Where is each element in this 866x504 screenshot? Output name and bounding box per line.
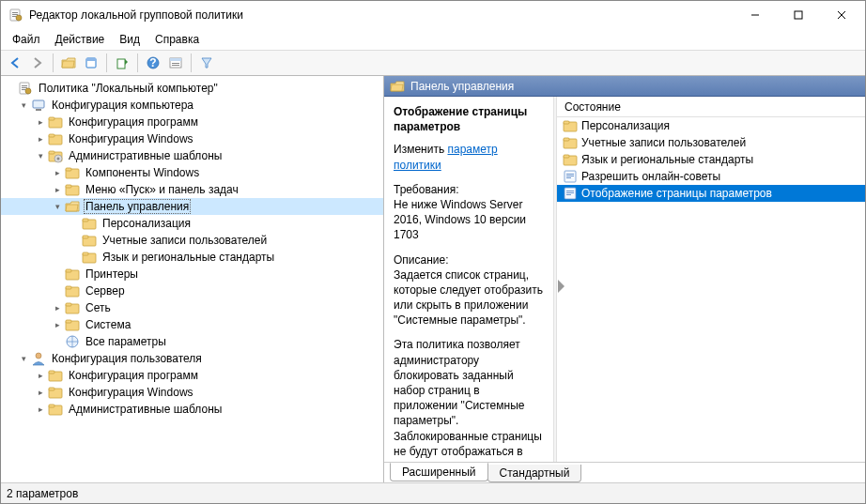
listview-button[interactable] [165,53,186,73]
forward-button[interactable] [27,53,48,73]
list-item[interactable]: Разрешить онлайн-советы [557,168,865,185]
folder-icon [82,250,97,265]
splitter[interactable] [553,97,557,462]
tree-start-menu[interactable]: ▸Меню «Пуск» и панель задач [1,181,383,198]
folder-icon [48,385,63,400]
tab-extended[interactable]: Расширенный [390,463,488,481]
tree-u-windows-config[interactable]: ▸Конфигурация Windows [1,384,383,401]
tree-network[interactable]: ▸Сеть [1,299,383,316]
setting-icon [563,186,578,201]
folder-icon [65,267,80,282]
chevron-down-icon[interactable]: ▾ [52,201,63,212]
export-button[interactable] [112,53,132,73]
up-button[interactable] [58,53,79,73]
list-item[interactable]: Персонализация [557,117,865,134]
tree-label: Учетные записи пользователей [101,234,269,247]
setting-icon [563,169,578,184]
filter-button[interactable] [196,53,217,73]
tree-u-admin-templates[interactable]: ▸Административные шаблоны [1,401,383,418]
detail-header-label: Панель управления [410,80,514,93]
detail-body: Отображение страницы параметров Изменить… [384,97,865,462]
folder-icon [65,165,80,180]
properties-button[interactable] [81,53,101,73]
toolbar-separator [106,53,107,72]
edit-prefix: Изменить [394,143,447,156]
tree-computer-config[interactable]: ▾ Конфигурация компьютера [1,97,383,114]
tree-user-config[interactable]: ▾Конфигурация пользователя [1,350,383,367]
gpedit-icon [18,81,33,96]
chevron-down-icon[interactable]: ▾ [18,353,29,364]
chevron-right-icon[interactable]: ▸ [35,404,46,415]
chevron-down-icon[interactable]: ▾ [35,150,46,161]
statusbar: 2 параметров [1,482,865,503]
chevron-right-icon[interactable]: ▸ [35,116,46,128]
chevron-right-icon[interactable]: ▸ [35,370,46,381]
tree-admin-templates[interactable]: ▾Административные шаблоны [1,147,383,164]
tree-windows-config[interactable]: ▸Конфигурация Windows [1,130,383,147]
menu-view[interactable]: Вид [112,30,147,49]
folder-gear-icon [48,148,63,163]
detail-header: Панель управления [384,76,865,97]
tree-software-config[interactable]: ▸Конфигурация программ [1,114,383,130]
description-label: Описание: [394,253,449,267]
chevron-right-icon[interactable]: ▸ [35,387,46,398]
folder-icon [65,300,80,315]
status-text: 2 параметров [7,487,78,500]
list-item[interactable]: Язык и региональные стандарты [557,151,865,168]
app-icon [8,8,23,23]
column-state: Состояние [564,100,621,114]
folder-icon [65,283,80,298]
tree-printers[interactable]: ▸Принтеры [1,266,383,283]
tree-label: Конфигурация программ [67,369,200,382]
tab-standard[interactable]: Стандартный [487,465,582,482]
folder-icon [48,115,63,130]
back-button[interactable] [5,53,25,73]
tree-label: Персонализация [101,217,193,230]
tree-label: Система [84,318,132,331]
maximize-button[interactable] [777,1,820,29]
chevron-right-icon[interactable]: ▸ [52,167,63,178]
list-item-label: Язык и региональные стандарты [581,153,753,166]
tree-all-settings[interactable]: ▸Все параметры [1,333,383,350]
tab-label: Стандартный [500,466,570,480]
chevron-right-icon[interactable]: ▸ [52,302,63,313]
folder-icon [563,118,578,133]
tree-label: Конфигурация программ [67,115,200,129]
svg-rect-27 [795,11,802,19]
tree-server[interactable]: ▸Сервер [1,283,383,299]
folder-open-icon [65,199,80,214]
folder-icon [48,131,63,146]
tree-windows-components[interactable]: ▸Компоненты Windows [1,164,383,181]
tab-label: Расширенный [402,466,476,479]
chevron-right-icon[interactable]: ▸ [52,184,63,195]
tree-pane[interactable]: ▸ Политика "Локальный компьютер" ▾ Конфи… [1,76,384,482]
tree-u-software-config[interactable]: ▸Конфигурация программ [1,367,383,384]
list-item[interactable]: Учетные записи пользователей [557,134,865,151]
allsettings-icon [65,334,80,349]
detail-list[interactable]: Состояние ПерсонализацияУчетные записи п… [557,97,865,462]
tree-system[interactable]: ▸Система [1,316,383,333]
menu-help[interactable]: Справка [147,30,207,49]
tree-root[interactable]: ▸ Политика "Локальный компьютер" [1,80,383,97]
list-item[interactable]: Отображение страницы параметров [557,185,865,202]
minimize-button[interactable] [734,1,777,29]
description-text-2: Эта политика позволяет администратору бл… [394,337,544,462]
description-text: Задается список страниц, которые следует… [394,268,543,328]
folder-icon [48,402,63,417]
tree-control-panel[interactable]: ▾Панель управления [1,198,383,215]
chevron-down-icon[interactable]: ▾ [18,99,29,111]
tree-user-accounts[interactable]: ▸Учетные записи пользователей [1,232,383,249]
main-panes: ▸ Политика "Локальный компьютер" ▾ Конфи… [1,76,865,482]
menu-action[interactable]: Действие [48,30,113,49]
tree-personalization[interactable]: ▸Персонализация [1,215,383,232]
list-item-label: Разрешить онлайн-советы [581,170,720,183]
column-header[interactable]: Состояние [557,97,865,117]
tree-label: Конфигурация Windows [67,132,195,145]
detail-description: Отображение страницы параметров Изменить… [384,97,553,462]
menu-file[interactable]: Файл [5,30,48,49]
chevron-right-icon[interactable]: ▸ [52,319,63,330]
tree-region-lang[interactable]: ▸Язык и региональные стандарты [1,249,383,266]
help-button[interactable] [143,53,163,73]
close-button[interactable] [820,1,863,29]
chevron-right-icon[interactable]: ▸ [35,133,46,145]
